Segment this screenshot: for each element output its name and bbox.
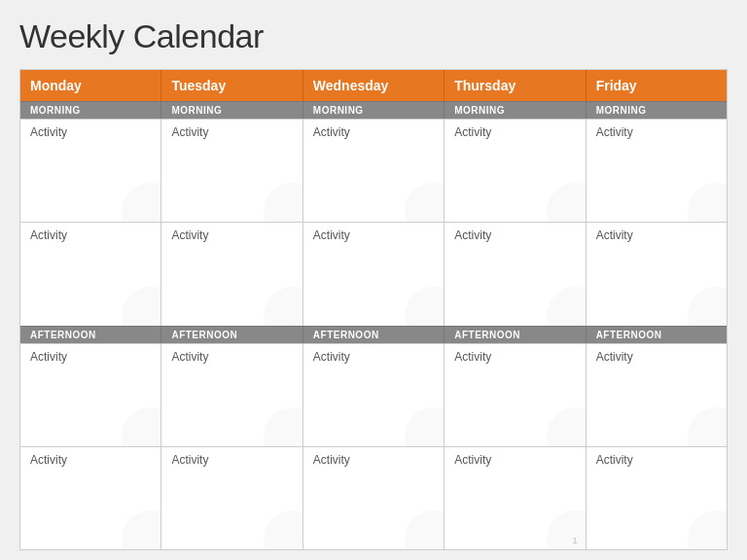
activity-cell-thu-aft-1[interactable]: Activity [445, 343, 586, 446]
day-header-tuesday: Tuesday [161, 70, 302, 101]
page-container: Weekly Calendar Monday Tuesday Wednesday… [0, 0, 747, 560]
activity-cell-tue-morn-2[interactable]: Activity [161, 222, 302, 325]
day-header-wednesday: Wednesday [303, 70, 445, 101]
afternoon-section-row: AFTERNOON AFTERNOON AFTERNOON AFTERNOON … [20, 326, 727, 343]
calendar-table: Monday Tuesday Wednesday Thursday Friday… [19, 69, 728, 550]
afternoon-activity-row-2: Activity Activity Activity Activity 1 Ac… [20, 446, 727, 549]
morning-label-wednesday: MORNING [303, 101, 445, 119]
day-header-friday: Friday [587, 70, 727, 101]
activity-text: Activity [30, 228, 67, 242]
activity-cell-mon-morn-1[interactable]: Activity [20, 119, 161, 222]
morning-label-friday: MORNING [587, 101, 727, 119]
activity-cell-wed-aft-2[interactable]: Activity [303, 446, 445, 549]
activity-text: Activity [596, 453, 633, 467]
activity-text: Activity [313, 453, 350, 467]
day-header-thursday: Thursday [445, 70, 586, 101]
activity-cell-wed-morn-2[interactable]: Activity [303, 222, 445, 325]
afternoon-label-wednesday: AFTERNOON [303, 326, 445, 343]
activity-text: Activity [30, 453, 67, 467]
activity-text: Activity [596, 125, 633, 139]
activity-cell-fri-morn-1[interactable]: Activity [587, 119, 727, 222]
activity-cell-thu-morn-1[interactable]: Activity [445, 119, 586, 222]
activity-text: Activity [313, 125, 350, 139]
afternoon-label-monday: AFTERNOON [20, 326, 161, 343]
activity-cell-tue-aft-1[interactable]: Activity [161, 343, 302, 446]
activity-text: Activity [30, 350, 67, 364]
activity-text: Activity [454, 228, 491, 242]
activity-text: Activity [171, 125, 208, 139]
day-header-monday: Monday [20, 70, 161, 101]
activity-cell-mon-morn-2[interactable]: Activity [20, 222, 161, 325]
activity-text: Activity [596, 350, 633, 364]
activity-text: Activity [30, 125, 67, 139]
activity-cell-wed-morn-1[interactable]: Activity [303, 119, 445, 222]
morning-label-thursday: MORNING [445, 101, 586, 119]
activity-cell-tue-morn-1[interactable]: Activity [161, 119, 302, 222]
page-number: 1 [573, 536, 578, 545]
page-title: Weekly Calendar [19, 18, 728, 55]
activity-text: Activity [454, 125, 491, 139]
header-row: Monday Tuesday Wednesday Thursday Friday [20, 70, 727, 101]
activity-text: Activity [454, 453, 491, 467]
activity-text: Activity [313, 350, 350, 364]
activity-text: Activity [313, 228, 350, 242]
activity-text: Activity [171, 228, 208, 242]
morning-label-monday: MORNING [20, 101, 161, 119]
morning-activity-row-1: Activity Activity Activity Activity Acti… [20, 119, 727, 222]
activity-cell-fri-aft-1[interactable]: Activity [587, 343, 727, 446]
activity-cell-thu-aft-2[interactable]: Activity 1 [445, 446, 586, 549]
morning-activity-row-2: Activity Activity Activity Activity Acti… [20, 222, 727, 325]
activity-text: Activity [171, 453, 208, 467]
activity-cell-fri-morn-2[interactable]: Activity [587, 222, 727, 325]
activity-cell-wed-aft-1[interactable]: Activity [303, 343, 445, 446]
activity-cell-mon-aft-2[interactable]: Activity [20, 446, 161, 549]
morning-section-row: MORNING MORNING MORNING MORNING MORNING [20, 101, 727, 119]
activity-text: Activity [454, 350, 491, 364]
activity-cell-tue-aft-2[interactable]: Activity [161, 446, 302, 549]
activity-cell-thu-morn-2[interactable]: Activity [445, 222, 586, 325]
activity-cell-mon-aft-1[interactable]: Activity [20, 343, 161, 446]
activity-text: Activity [171, 350, 208, 364]
afternoon-label-friday: AFTERNOON [587, 326, 727, 343]
afternoon-activity-row-1: Activity Activity Activity Activity Acti… [20, 343, 727, 446]
afternoon-label-tuesday: AFTERNOON [161, 326, 302, 343]
afternoon-label-thursday: AFTERNOON [445, 326, 586, 343]
morning-label-tuesday: MORNING [161, 101, 302, 119]
activity-text: Activity [596, 228, 633, 242]
activity-cell-fri-aft-2[interactable]: Activity [587, 446, 727, 549]
